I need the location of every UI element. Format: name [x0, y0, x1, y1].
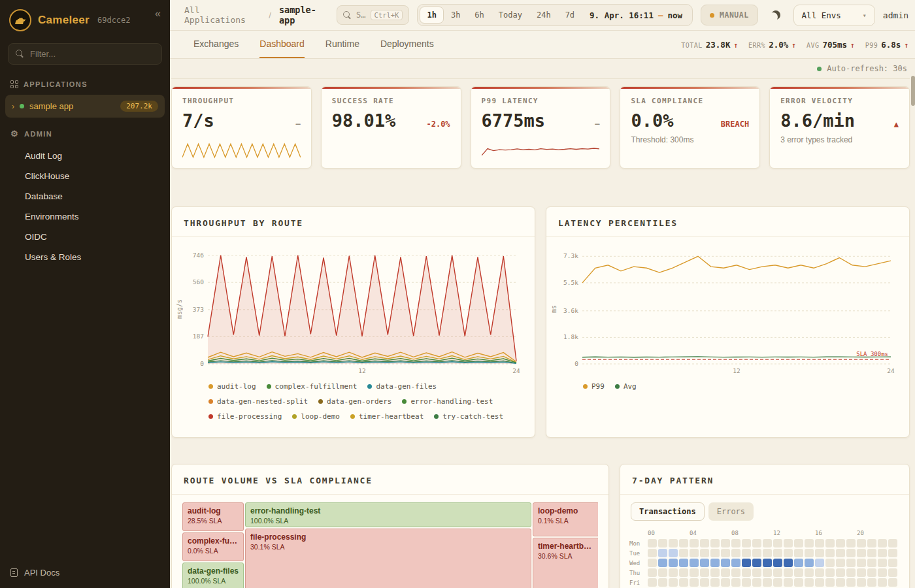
heatmap-cell[interactable]: [773, 549, 782, 557]
heatmap-cell[interactable]: [836, 539, 845, 547]
heatmap-cell[interactable]: [794, 568, 803, 577]
time-range-3h[interactable]: 3h: [444, 7, 467, 24]
heatmap-cell[interactable]: [669, 549, 678, 557]
heatmap-cell[interactable]: [794, 539, 803, 547]
legend-item-avg[interactable]: Avg: [615, 382, 637, 391]
legend-item-error-handling-test[interactable]: error-handling-test: [402, 397, 493, 406]
heatmap-cell[interactable]: [700, 539, 709, 547]
heatmap-cell[interactable]: [700, 549, 709, 557]
heatmap-cell[interactable]: [763, 568, 772, 577]
api-docs-link[interactable]: API Docs: [0, 557, 170, 588]
sidebar-item-oidc[interactable]: OIDC: [0, 227, 170, 247]
tab-deployments[interactable]: Deployments: [380, 31, 434, 58]
heatmap-cell[interactable]: [710, 578, 720, 587]
heatmap-cell[interactable]: [867, 539, 876, 547]
heatmap-cell[interactable]: [857, 549, 866, 557]
time-range-24h[interactable]: 24h: [529, 7, 558, 24]
heatmap-cell[interactable]: [648, 568, 657, 577]
heatmap-cell[interactable]: [815, 578, 824, 587]
heatmap-cell[interactable]: [836, 559, 845, 567]
env-selector[interactable]: All Envs ▾: [793, 5, 875, 26]
treemap-cell-file-processing[interactable]: file-processing30.1% SLA: [245, 529, 531, 588]
treemap-cell-error-handling-test[interactable]: error-handling-test100.0% SLA: [245, 502, 531, 527]
heatmap-cell[interactable]: [658, 568, 667, 577]
legend-item-complex-fulfillment[interactable]: complex-fulfillment: [267, 382, 358, 391]
heatmap-cell[interactable]: [846, 539, 856, 547]
heatmap-cell[interactable]: [679, 568, 688, 577]
heatmap-cell[interactable]: [763, 559, 772, 567]
heatmap-cell[interactable]: [700, 559, 709, 567]
heatmap-cell[interactable]: [669, 568, 678, 577]
treemap-cell-audit-log[interactable]: audit-log28.5% SLA: [182, 502, 244, 531]
sidebar-item-database[interactable]: Database: [0, 186, 170, 206]
sidebar-item-sample-app[interactable]: › sample app 207.2k: [5, 95, 165, 118]
heatmap-cell[interactable]: [731, 549, 740, 557]
heatmap-cell[interactable]: [731, 539, 740, 547]
heatmap-cell[interactable]: [867, 578, 876, 587]
heatmap-cell[interactable]: [721, 539, 730, 547]
treemap-cell-timer-heartbeat[interactable]: timer-heartbeat30.6% SLA: [533, 538, 598, 588]
sidebar-item-clickhouse[interactable]: ClickHouse: [0, 166, 170, 186]
tab-dashboard[interactable]: Dashboard: [259, 31, 305, 58]
heatmap-cell[interactable]: [857, 568, 866, 577]
heatmap-cell[interactable]: [846, 568, 856, 577]
heatmap-cell[interactable]: [836, 549, 845, 557]
legend-item-data-gen-orders[interactable]: data-gen-orders: [318, 397, 391, 406]
heatmap-cell[interactable]: [700, 568, 709, 577]
heatmap-cell[interactable]: [658, 549, 667, 557]
heatmap-cell[interactable]: [784, 568, 793, 577]
heatmap-cell[interactable]: [648, 539, 657, 547]
heatmap-cell[interactable]: [857, 578, 866, 587]
heatmap-cell[interactable]: [825, 539, 835, 547]
heatmap-cell[interactable]: [710, 559, 720, 567]
heatmap-cell[interactable]: [690, 568, 699, 577]
heatmap-cell[interactable]: [794, 549, 803, 557]
heatmap-cell[interactable]: [731, 568, 740, 577]
heatmap-cell[interactable]: [825, 568, 835, 577]
treemap-cell-data-gen-files[interactable]: data-gen-files100.0% SLA: [182, 563, 244, 588]
heatmap-cell[interactable]: [888, 539, 897, 547]
heatmap-cell[interactable]: [690, 539, 699, 547]
heatmap-cell[interactable]: [857, 559, 866, 567]
sidebar-item-audit-log[interactable]: Audit Log: [0, 146, 170, 166]
toggle-errors[interactable]: Errors: [708, 502, 754, 521]
heatmap-cell[interactable]: [784, 549, 793, 557]
heatmap-cell[interactable]: [805, 539, 814, 547]
filter-input[interactable]: [30, 49, 154, 59]
heatmap-cell[interactable]: [805, 559, 814, 567]
heatmap-cell[interactable]: [669, 559, 678, 567]
heatmap-cell[interactable]: [794, 578, 803, 587]
heatmap-cell[interactable]: [669, 539, 678, 547]
heatmap-cell[interactable]: [815, 549, 824, 557]
time-range-1h[interactable]: 1h: [420, 7, 443, 24]
heatmap-cell[interactable]: [742, 578, 751, 587]
heatmap-cell[interactable]: [710, 568, 720, 577]
legend-item-file-processing[interactable]: file-processing: [208, 412, 282, 421]
heatmap-cell[interactable]: [888, 559, 897, 567]
heatmap-cell[interactable]: [773, 539, 782, 547]
heatmap-cell[interactable]: [690, 578, 699, 587]
heatmap-cell[interactable]: [752, 559, 761, 567]
heatmap-cell[interactable]: [679, 578, 688, 587]
heatmap-cell[interactable]: [878, 539, 887, 547]
heatmap-cell[interactable]: [721, 559, 730, 567]
heatmap-cell[interactable]: [784, 539, 793, 547]
heatmap-cell[interactable]: [710, 549, 720, 557]
heatmap-cell[interactable]: [794, 559, 803, 567]
heatmap-cell[interactable]: [648, 549, 657, 557]
heatmap-cell[interactable]: [700, 578, 709, 587]
heatmap-cell[interactable]: [805, 549, 814, 557]
heatmap-cell[interactable]: [857, 539, 866, 547]
legend-item-loop-demo[interactable]: loop-demo: [292, 412, 340, 421]
global-search-input[interactable]: S… Ctrl+K: [337, 5, 409, 25]
time-range-7d[interactable]: 7d: [558, 7, 582, 24]
treemap-cell-complex-fulfil[interactable]: complex-fulfil…0.0% SLA: [182, 532, 244, 561]
heatmap-cell[interactable]: [773, 568, 782, 577]
heatmap-cell[interactable]: [742, 549, 751, 557]
heatmap-cell[interactable]: [763, 539, 772, 547]
heatmap-cell[interactable]: [752, 539, 761, 547]
sidebar-item-environments[interactable]: Environments: [0, 206, 170, 227]
heatmap-cell[interactable]: [825, 559, 835, 567]
heatmap-cell[interactable]: [878, 559, 887, 567]
heatmap-cell[interactable]: [773, 578, 782, 587]
